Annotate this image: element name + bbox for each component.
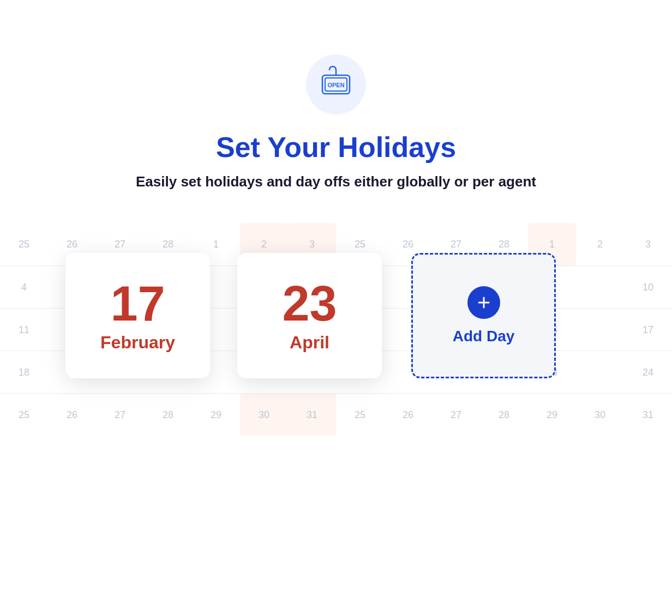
header-section: OPEN Set Your Holidays Easily set holida… (136, 55, 536, 190)
add-day-card[interactable]: Add Day (411, 253, 556, 378)
holiday-day-april: 23 (282, 279, 337, 328)
cal-cell: 28 (144, 394, 192, 436)
svg-text:OPEN: OPEN (327, 82, 344, 88)
plus-icon (476, 295, 491, 310)
holiday-month-april: April (290, 333, 329, 353)
cal-cell: 18 (0, 351, 48, 394)
cal-cell: 31 (288, 394, 336, 436)
holiday-month-february: February (100, 333, 175, 353)
cal-cell: 29 (192, 394, 240, 436)
cal-cell: 27 (96, 394, 144, 436)
cal-cell: 25 (0, 394, 48, 436)
cal-cell (576, 351, 624, 394)
cal-cell: 25 (336, 394, 384, 436)
cal-cell: 27 (432, 394, 480, 436)
cal-cell: 10 (624, 266, 672, 309)
cal-cell: 30 (240, 394, 288, 436)
cal-cell: 26 (384, 394, 432, 436)
cal-cell: 2 (576, 223, 624, 265)
cal-cell: 3 (624, 223, 672, 265)
holiday-card-february: 17 February (65, 253, 210, 378)
cal-cell: 24 (624, 351, 672, 394)
plus-button[interactable] (467, 286, 500, 319)
add-day-label: Add Day (453, 328, 515, 345)
cal-cell: 29 (528, 394, 576, 436)
cal-cell: 31 (624, 394, 672, 436)
cal-cell: 4 (0, 266, 48, 309)
cal-cell: 28 (480, 394, 528, 436)
cal-cell (576, 309, 624, 351)
cal-cell: 25 (0, 223, 48, 265)
open-sign-icon: OPEN (306, 55, 366, 114)
page-subtitle: Easily set holidays and day offs either … (136, 173, 536, 190)
holiday-day-february: 17 (110, 279, 165, 328)
cal-cell (576, 266, 624, 309)
page-title: Set Your Holidays (216, 131, 456, 164)
cal-cell: 17 (624, 309, 672, 351)
cal-cell: 30 (576, 394, 624, 436)
cal-cell: 11 (0, 309, 48, 351)
calendar-area: 25 26 27 28 1 2 3 4 5 11 12 (0, 223, 672, 436)
cal-cell: 26 (48, 394, 96, 436)
holiday-card-april: 23 April (237, 253, 382, 378)
